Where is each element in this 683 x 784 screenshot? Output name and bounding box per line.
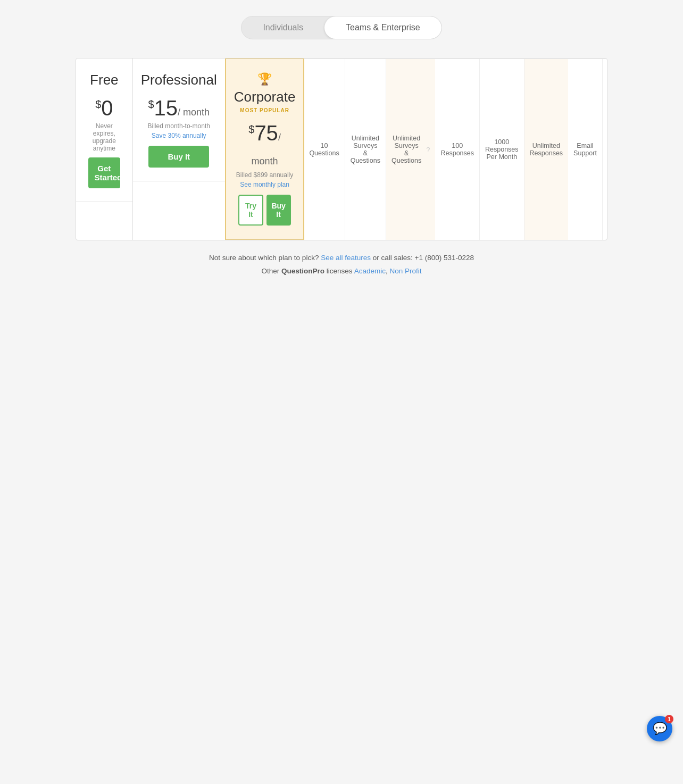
free-plan-col: Free $0 Never expires, upgrade anytime G…	[76, 59, 133, 240]
corporate-plan-header: 🏆 Corporate MOST POPULAR $75/ month Bill…	[226, 59, 304, 239]
footer-plan-help: Not sure about which plan to pick? See a…	[11, 254, 672, 262]
footer-academic-link[interactable]: Academic	[354, 267, 386, 275]
professional-plan-col: Professional $15/ month Billed month-to-…	[133, 59, 226, 240]
chat-icon: 💬	[653, 722, 667, 736]
professional-billing: Billed month-to-month	[141, 122, 217, 130]
toggle-teams-enterprise[interactable]: Teams & Enterprise	[324, 16, 442, 39]
feature-row-1: 100 Responses1000 Responses Per MonthUnl…	[435, 59, 568, 240]
professional-save-link[interactable]: Save 30% annually	[141, 132, 217, 139]
most-popular-badge: MOST POPULAR	[234, 107, 296, 113]
corporate-billing: Billed $899 annually	[234, 171, 296, 179]
chat-badge: 1	[665, 715, 673, 723]
help-icon[interactable]: ?	[426, 146, 430, 154]
footer-prefix: Not sure about which plan to pick?	[209, 254, 319, 262]
footer-nonprofit-link[interactable]: Non Profit	[389, 267, 421, 275]
toggle-pill[interactable]: Individuals Teams & Enterprise	[241, 16, 442, 39]
footer-see-all-features-link[interactable]: See all features	[321, 254, 371, 262]
free-plan-price: $0	[84, 96, 124, 120]
professional-plan-header: Professional $15/ month Billed month-to-…	[133, 59, 225, 181]
chat-bubble[interactable]: 💬 1	[647, 716, 672, 741]
corporate-see-monthly-link[interactable]: See monthly plan	[234, 181, 296, 188]
free-plan-name: Free	[84, 72, 124, 88]
feature-row-2: Email SupportPriority Email Support24/7 …	[568, 59, 607, 240]
corporate-buttons: Try It Buy It	[238, 195, 290, 226]
feature-pro-1: 1000 Responses Per Month	[480, 59, 524, 240]
feature-pro-0: Unlimited Surveys & Questions	[345, 59, 386, 240]
corp-currency: $	[248, 123, 254, 135]
toggle-individuals[interactable]: Individuals	[241, 16, 324, 39]
professional-plan-name: Professional	[141, 72, 217, 88]
plan-toggle[interactable]: Individuals Teams & Enterprise	[11, 16, 672, 39]
corporate-try-button[interactable]: Try It	[238, 195, 263, 226]
footer-other: Other QuestionPro licenses	[262, 267, 354, 275]
free-billing: Never expires, upgrade anytime	[84, 122, 124, 152]
corporate-plan-name: Corporate	[234, 89, 296, 105]
corporate-plan-price: $75/ month	[234, 121, 296, 169]
professional-buy-button[interactable]: Buy It	[148, 146, 209, 168]
professional-plan-price: $15/ month	[141, 96, 217, 120]
footer-suffix: or call sales: +1 (800) 531-0228	[373, 254, 474, 262]
corporate-plan-col: 🏆 Corporate MOST POPULAR $75/ month Bill…	[225, 58, 305, 240]
free-plan-header: Free $0 Never expires, upgrade anytime G…	[76, 59, 132, 202]
feature-corp-1: Unlimited Responses	[524, 59, 569, 240]
free-get-started-button[interactable]: Get Started	[88, 157, 121, 188]
pro-currency: $	[148, 98, 154, 110]
feature-label: Unlimited Responses	[530, 142, 563, 157]
feature-free-0: 10 Questions	[304, 59, 345, 240]
pricing-grid: Free $0 Never expires, upgrade anytime G…	[76, 58, 607, 240]
footer-licenses: Other QuestionPro licenses Academic, Non…	[11, 267, 672, 275]
feature-corp-0: Unlimited Surveys & Questions?	[386, 59, 436, 240]
feature-pro-2: Priority Email Support	[603, 59, 607, 240]
feature-row-0: 10 QuestionsUnlimited Surveys & Question…	[304, 59, 435, 240]
trophy-icon: 🏆	[234, 72, 296, 86]
feature-free-1: 100 Responses	[435, 59, 480, 240]
feature-label: Unlimited Surveys & Questions	[392, 135, 421, 164]
feature-free-2: Email Support	[568, 59, 603, 240]
corporate-buy-button[interactable]: Buy It	[266, 195, 291, 226]
free-currency: $	[95, 98, 101, 110]
